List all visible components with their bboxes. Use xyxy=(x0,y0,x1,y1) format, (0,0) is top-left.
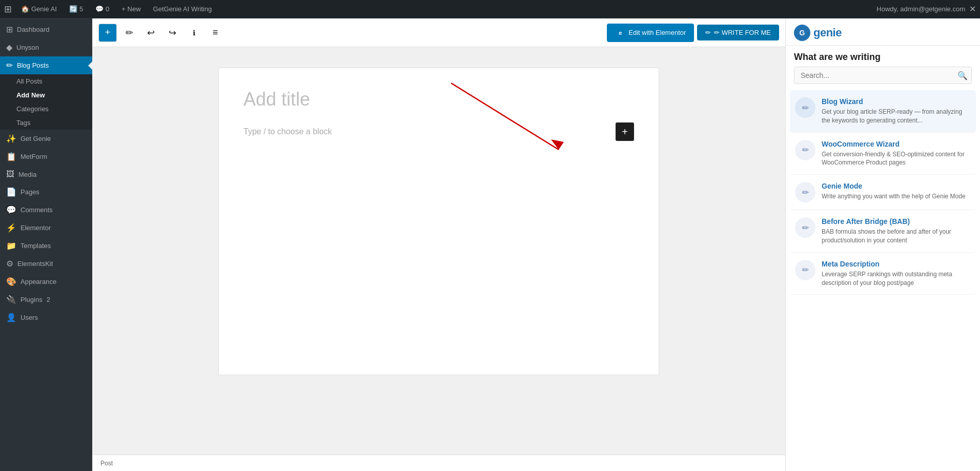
unyson-icon: ◆ xyxy=(6,43,12,52)
genie-logo-text: genie xyxy=(813,26,842,39)
sidebar-item-users[interactable]: 👤 Users xyxy=(0,309,92,326)
redo-icon: ↪ xyxy=(169,27,176,38)
elementor-e-icon: e xyxy=(615,28,625,38)
sidebar-label-blog-posts: Blog Posts xyxy=(17,62,49,69)
template-item-bab[interactable]: ✏ Before After Bridge (BAB) BAB formula … xyxy=(790,210,976,253)
elementor-icon: ⚡ xyxy=(6,223,16,233)
template-desc-blog-wizard: Get your blog article SERP-ready — from … xyxy=(822,108,971,125)
plugins-badge: 2 xyxy=(47,296,50,303)
template-item-genie-mode[interactable]: ✏ Genie Mode Write anything you want wit… xyxy=(790,175,976,210)
search-button[interactable]: 🔍 xyxy=(957,71,968,80)
sidebar-label-metform: MetForm xyxy=(21,153,47,160)
sidebar-item-unyson[interactable]: ◆ Unyson xyxy=(0,38,92,56)
search-input[interactable] xyxy=(794,67,972,84)
appearance-icon: 🎨 xyxy=(6,277,16,286)
sidebar-item-get-genie[interactable]: ✨ Get Genie xyxy=(0,130,92,148)
template-icon-bab: ✏ xyxy=(795,217,815,238)
sidebar-label-get-genie: Get Genie xyxy=(21,135,51,142)
list-icon: ≡ xyxy=(213,27,218,38)
sidebar-sub-categories[interactable]: Categories xyxy=(16,102,92,116)
post-type-label: Post xyxy=(100,460,113,467)
edit-mode-button[interactable]: ✏ xyxy=(120,24,138,42)
template-list: ✏ Blog Wizard Get your blog article SERP… xyxy=(786,90,980,471)
sidebar-item-blog-posts[interactable]: ✏ Blog Posts xyxy=(0,56,92,74)
sidebar-label-pages: Pages xyxy=(21,188,39,196)
template-name-genie-mode: Genie Mode xyxy=(822,182,971,190)
info-button[interactable]: ℹ xyxy=(185,24,203,42)
sidebar-item-templates[interactable]: 📁 Templates xyxy=(0,237,92,255)
sidebar-item-comments[interactable]: 💬 Comments xyxy=(0,201,92,219)
right-panel-header: G genie xyxy=(786,18,980,46)
sidebar-item-media[interactable]: 🖼 Media xyxy=(0,166,92,183)
plugins-icon: 🔌 xyxy=(6,295,16,304)
template-info-meta-desc: Meta Description Leverage SERP rankings … xyxy=(822,260,971,288)
pencil-icon: ✏ xyxy=(126,27,133,38)
howdy-text: Howdy, admin@getgenie.com xyxy=(876,5,965,13)
template-name-bab: Before After Bridge (BAB) xyxy=(822,217,971,226)
sidebar-item-appearance[interactable]: 🎨 Appearance xyxy=(0,273,92,291)
template-icon-woocommerce: ✏ xyxy=(795,140,815,160)
template-icon-genie-mode: ✏ xyxy=(795,182,815,202)
users-icon: 👤 xyxy=(6,313,16,322)
comment-icon: 💬 xyxy=(6,205,16,215)
template-desc-meta-desc: Leverage SERP rankings with outstanding … xyxy=(822,270,971,288)
updates-item[interactable]: 🔄 5 xyxy=(66,0,86,18)
close-icon[interactable]: ✕ xyxy=(969,4,976,14)
comments-item[interactable]: 💬 0 xyxy=(92,0,112,18)
template-info-bab: Before After Bridge (BAB) BAB formula sh… xyxy=(822,217,971,245)
new-item[interactable]: + New xyxy=(118,0,144,18)
sidebar-sub-tags[interactable]: Tags xyxy=(16,116,92,130)
site-name[interactable]: 🏠 Genie AI xyxy=(18,0,60,18)
sidebar-label-elementskit: ElementsKit xyxy=(17,260,53,268)
sidebar-label-templates: Templates xyxy=(21,242,51,250)
template-item-blog-wizard[interactable]: ✏ Blog Wizard Get your blog article SERP… xyxy=(790,90,976,133)
template-name-blog-wizard: Blog Wizard xyxy=(822,97,971,106)
sidebar-sub-all-posts[interactable]: All Posts xyxy=(16,74,92,88)
template-info-genie-mode: Genie Mode Write anything you want with … xyxy=(822,182,971,201)
admin-bar-right: Howdy, admin@getgenie.com ✕ xyxy=(876,4,976,14)
main-layout: ⊞ Dashboard ◆ Unyson ✏ Blog Posts All Po… xyxy=(0,18,980,471)
write-for-me-button[interactable]: ✏ ✏ WRITE FOR ME xyxy=(697,25,779,40)
templates-icon: 📁 xyxy=(6,241,16,251)
template-desc-genie-mode: Write anything you want with the help of… xyxy=(822,192,971,201)
sidebar-sub-menu: All Posts Add New Categories Tags xyxy=(0,74,92,130)
editor-area: + ✏ ↩ ↪ ℹ ≡ e Edit with Elementor ✏ xyxy=(92,18,785,471)
template-icon-meta-desc: ✏ xyxy=(795,260,815,280)
search-bar: 🔍 xyxy=(794,67,972,84)
admin-bar: ⊞ 🏠 Genie AI 🔄 5 💬 0 + New GetGenie AI W… xyxy=(0,0,980,18)
plugin-title[interactable]: GetGenie AI Writing xyxy=(150,0,215,18)
sidebar-item-elementor[interactable]: ⚡ Elementor xyxy=(0,219,92,237)
sidebar-item-elementskit[interactable]: ⚙ ElementsKit xyxy=(0,255,92,273)
home-icon: 🏠 xyxy=(21,5,29,13)
add-block-button[interactable]: + xyxy=(98,24,117,42)
post-title-input[interactable]: Add title xyxy=(243,89,634,110)
dashboard-icon: ⊞ xyxy=(6,25,13,34)
redo-button[interactable]: ↪ xyxy=(163,24,181,42)
undo-icon: ↩ xyxy=(147,27,155,38)
template-icon-blog-wizard: ✏ xyxy=(795,97,815,118)
sidebar-label-media: Media xyxy=(18,171,36,178)
right-panel-title: What are we writing xyxy=(786,46,980,67)
template-item-woocommerce[interactable]: ✏ WooCommerce Wizard Get conversion-frie… xyxy=(790,133,976,175)
sidebar-item-dashboard[interactable]: ⊞ Dashboard xyxy=(0,21,92,38)
template-item-meta-desc[interactable]: ✏ Meta Description Leverage SERP ranking… xyxy=(790,253,976,295)
sidebar-label-plugins: Plugins xyxy=(21,296,43,303)
sidebar-label-unyson: Unyson xyxy=(16,44,39,51)
write-icon: ✏ xyxy=(705,29,711,36)
wp-logo-icon[interactable]: ⊞ xyxy=(4,4,12,15)
add-block-inline-button[interactable]: + xyxy=(616,122,634,141)
sidebar-sub-add-new[interactable]: Add New xyxy=(16,88,92,102)
sidebar-item-plugins[interactable]: 🔌 Plugins 2 xyxy=(0,291,92,309)
sidebar-item-pages[interactable]: 📄 Pages xyxy=(0,183,92,201)
list-view-button[interactable]: ≡ xyxy=(206,24,224,42)
editor-canvas: Add title Type / to choose a block + xyxy=(218,68,659,375)
sidebar-label-comments: Comments xyxy=(21,206,53,214)
sidebar-item-metform[interactable]: 📋 MetForm xyxy=(0,148,92,166)
block-placeholder: Type / to choose a block + xyxy=(243,122,634,141)
undo-button[interactable]: ↩ xyxy=(141,24,160,42)
genie-logo-icon: G xyxy=(794,25,810,41)
edit-with-elementor-button[interactable]: e Edit with Elementor xyxy=(607,24,694,42)
genie-icon: ✨ xyxy=(6,134,16,144)
template-name-woocommerce: WooCommerce Wizard xyxy=(822,140,971,148)
edit-icon: ✏ xyxy=(6,60,13,70)
